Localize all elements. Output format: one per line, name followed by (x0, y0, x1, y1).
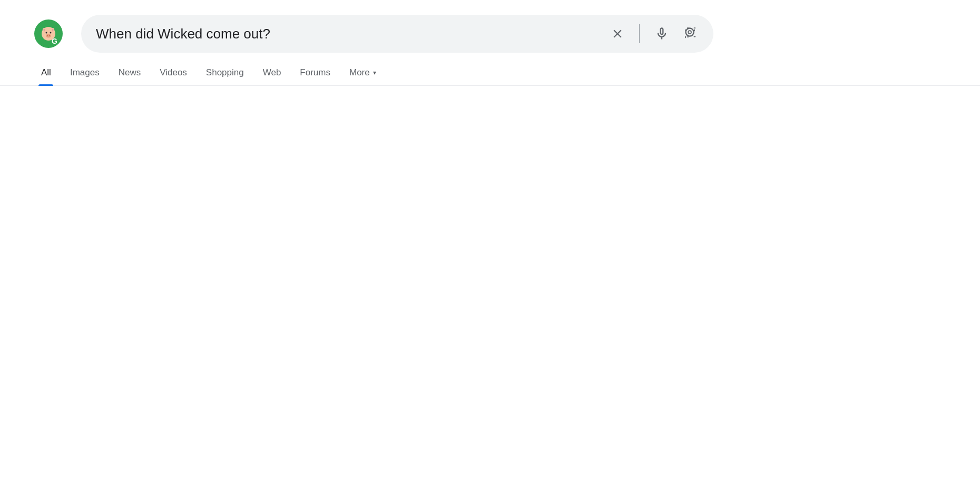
search-divider (639, 24, 640, 43)
tab-images[interactable]: Images (61, 60, 109, 85)
svg-rect-18 (687, 36, 689, 37)
more-chevron-icon: ▾ (373, 69, 376, 76)
svg-point-2 (46, 34, 51, 38)
nav-tabs: All Images News Videos Shopping Web Foru… (0, 60, 980, 86)
tab-videos[interactable]: Videos (150, 60, 197, 85)
search-input[interactable]: When did Wicked come out? (96, 26, 600, 42)
svg-point-5 (46, 32, 47, 34)
search-bar-wrapper: When did Wicked come out? (81, 15, 713, 53)
tab-shopping[interactable]: Shopping (197, 60, 253, 85)
tab-forums[interactable]: Forums (290, 60, 340, 85)
voice-search-button[interactable] (650, 22, 673, 45)
svg-rect-16 (685, 36, 686, 38)
svg-rect-15 (685, 30, 686, 32)
google-logo[interactable]: G (32, 17, 65, 51)
svg-text:G: G (52, 37, 57, 45)
svg-rect-14 (694, 27, 696, 28)
svg-point-6 (50, 32, 52, 34)
lens-button[interactable] (680, 22, 703, 45)
svg-rect-19 (694, 30, 695, 32)
search-bar: When did Wicked come out? (81, 15, 713, 53)
svg-point-3 (47, 35, 48, 36)
svg-point-4 (49, 35, 50, 36)
tab-news[interactable]: News (109, 60, 151, 85)
svg-point-12 (688, 31, 691, 34)
tab-web[interactable]: Web (253, 60, 291, 85)
header: G When did Wicked come out? (0, 0, 980, 53)
svg-rect-17 (694, 36, 696, 37)
tab-more[interactable]: More ▾ (340, 60, 386, 85)
svg-rect-13 (687, 27, 689, 28)
tab-all[interactable]: All (32, 60, 61, 85)
clear-button[interactable] (606, 23, 629, 45)
